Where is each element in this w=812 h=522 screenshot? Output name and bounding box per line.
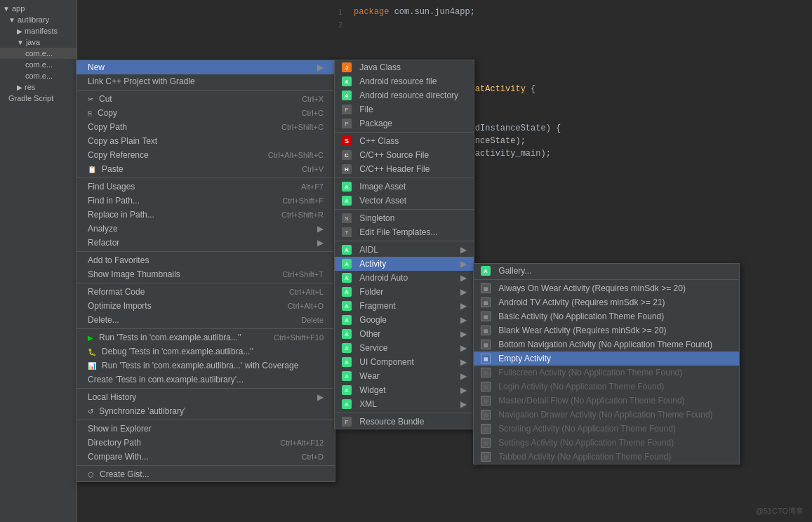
tree-item-autlibrary[interactable]: ▼ autlibrary — [0, 14, 76, 25]
menu-separator — [76, 328, 335, 329]
menu-label: Android TV Activity (Requires minSdk >= … — [498, 297, 665, 307]
menu-item-ui-component[interactable]: A UI Component ▶ — [335, 355, 474, 369]
menu-item-paste[interactable]: 📋 Paste Ctrl+V — [76, 162, 335, 176]
menu-item-android-tv[interactable]: ▦ Android TV Activity (Requires minSdk >… — [474, 295, 739, 309]
folder-icon: ▶ — [17, 27, 22, 35]
menu-item-debug[interactable]: 🐛 Debug 'Tests in 'com.example.autlibra.… — [76, 344, 335, 359]
menu-item-empty-activity[interactable]: ▦ Empty Activity — [474, 352, 739, 366]
menu-item-synchronize[interactable]: ↺ Synchronize 'autlibrary' — [76, 404, 335, 418]
tree-item-com2[interactable]: com.e... — [0, 59, 76, 70]
menu-item-cpp-header[interactable]: H C/C++ Header File — [335, 162, 474, 176]
menu-item-nav-drawer[interactable]: ▦ Navigation Drawer Activity (No Applica… — [474, 408, 739, 422]
menu-label: Show in Explorer — [88, 424, 152, 434]
menu-item-tabbed[interactable]: ▦ Tabbed Activity (No Application Theme … — [474, 450, 739, 464]
menu-item-cpp-class[interactable]: S C++ Class — [335, 134, 474, 148]
submenu-arrow: ▶ — [460, 371, 467, 381]
tree-item-res[interactable]: ▶ res — [0, 81, 76, 93]
menu-label: Blank Wear Activity (Requires minSdk >= … — [498, 326, 666, 335]
menu-item-aidl[interactable]: A AIDL ▶ — [335, 243, 474, 257]
menu-label: Tabbed Activity (No Application Theme Fo… — [498, 452, 671, 462]
menu-item-find-usages[interactable]: Find Usages Alt+F7 — [76, 180, 335, 194]
android-icon: A — [342, 371, 352, 381]
menu-item-gallery[interactable]: A Gallery... — [474, 264, 739, 278]
menu-item-cpp-source[interactable]: C C/C++ Source File — [335, 148, 474, 162]
menu-item-copy-path[interactable]: Copy Path Ctrl+Shift+C — [76, 120, 335, 134]
menu-item-bottom-nav[interactable]: ▦ Bottom Navigation Activity (No Applica… — [474, 337, 739, 352]
menu-item-find-in-path[interactable]: Find in Path... Ctrl+Shift+F — [76, 194, 335, 208]
menu-label: Copy Reference — [88, 150, 149, 160]
grid-icon-active: ▦ — [481, 354, 491, 363]
menu-item-cut[interactable]: ✂ Cut Ctrl+X — [76, 92, 335, 106]
grid-icon: ▦ — [481, 368, 491, 377]
menu-item-refactor[interactable]: Refactor ▶ — [76, 236, 335, 250]
menu-item-link-cpp[interactable]: Link C++ Project with Gradle — [76, 74, 335, 88]
menu-item-settings[interactable]: ▦ Settings Activity (No Application Them… — [474, 436, 739, 450]
tree-item-app[interactable]: ▼ app — [0, 3, 76, 14]
menu-item-blank-wear[interactable]: ▦ Blank Wear Activity (Requires minSdk >… — [474, 323, 739, 337]
tree-item-com1[interactable]: com.e... — [0, 48, 76, 59]
menu-label: XML — [359, 399, 377, 409]
menu-label: Fragment — [359, 301, 395, 311]
android-icon: A — [342, 357, 352, 367]
menu-label: Directory Path — [88, 438, 141, 448]
menu-item-new[interactable]: New ▶ — [76, 60, 335, 74]
tree-item-gradle[interactable]: Gradle Script — [0, 93, 76, 104]
menu-label: Empty Activity — [498, 354, 551, 363]
menu-item-coverage[interactable]: 📊 Run 'Tests in 'com.example.autlibra...… — [76, 359, 335, 373]
menu-item-copy[interactable]: ⎘ Copy Ctrl+C — [76, 106, 335, 120]
menu-item-local-history[interactable]: Local History ▶ — [76, 390, 335, 404]
menu-item-wear[interactable]: A Wear ▶ — [335, 369, 474, 383]
menu-item-optimize[interactable]: Optimize Imports Ctrl+Alt+O — [76, 299, 335, 313]
menu-item-xml[interactable]: A XML ▶ — [335, 397, 474, 411]
menu-item-other[interactable]: A Other ▶ — [335, 327, 474, 341]
menu-item-reformat[interactable]: Reformat Code Ctrl+Alt+L — [76, 285, 335, 299]
menu-item-create-tests[interactable]: Create 'Tests in com.example.autlibrary'… — [76, 373, 335, 387]
menu-item-image-asset[interactable]: A Image Asset — [335, 180, 474, 194]
menu-item-show-thumbnails[interactable]: Show Image Thumbnails Ctrl+Shift+T — [76, 267, 335, 281]
menu-item-show-explorer[interactable]: Show in Explorer — [76, 422, 335, 436]
menu-item-copy-plain[interactable]: Copy as Plain Text — [76, 134, 335, 148]
menu-item-fragment[interactable]: A Fragment ▶ — [335, 299, 474, 313]
menu-item-vector-asset[interactable]: A Vector Asset — [335, 194, 474, 208]
context-menu-2: J Java Class A Android resource file A A… — [334, 60, 474, 429]
menu-item-folder[interactable]: A Folder ▶ — [335, 285, 474, 299]
menu-separator — [76, 251, 335, 252]
menu-item-service[interactable]: A Service ▶ — [335, 341, 474, 355]
tree-item-com3[interactable]: com.e... — [0, 70, 76, 81]
menu-item-activity[interactable]: A Activity ▶ — [335, 257, 474, 271]
menu-item-android-res-dir[interactable]: A Android resource directory — [335, 88, 474, 102]
menu-item-android-auto[interactable]: A Android Auto ▶ — [335, 271, 474, 285]
menu-item-scrolling[interactable]: ▦ Scrolling Activity (No Application The… — [474, 422, 739, 436]
grid-icon: ▦ — [481, 410, 491, 420]
menu-item-file[interactable]: F File — [335, 102, 474, 116]
tree-item-java[interactable]: ▼ java — [0, 36, 76, 48]
menu-item-package[interactable]: P Package — [335, 116, 474, 130]
menu-item-google[interactable]: A Google ▶ — [335, 313, 474, 327]
menu-item-copy-ref[interactable]: Copy Reference Ctrl+Alt+Shift+C — [76, 148, 335, 162]
menu-item-widget[interactable]: A Widget ▶ — [335, 383, 474, 397]
menu-item-directory-path[interactable]: Directory Path Ctrl+Alt+F12 — [76, 436, 335, 450]
menu-item-delete[interactable]: Delete... Delete — [76, 313, 335, 327]
menu-item-create-gist[interactable]: ⬡ Create Gist... — [76, 467, 335, 481]
menu-item-edit-templates[interactable]: T Edit File Templates... — [335, 225, 474, 239]
android-icon: A — [342, 399, 352, 409]
menu-item-singleton[interactable]: S Singleton — [335, 211, 474, 225]
menu-item-basic-activity[interactable]: ▦ Basic Activity (No Application Theme F… — [474, 309, 739, 323]
menu-item-compare[interactable]: Compare With... Ctrl+D — [76, 450, 335, 464]
menu-item-fullscreen[interactable]: ▦ Fullscreen Activity (No Application Th… — [474, 366, 739, 380]
menu-item-always-on-wear[interactable]: ▦ Always On Wear Activity (Requires minS… — [474, 281, 739, 295]
menu-label: Replace in Path... — [88, 210, 154, 220]
menu-item-analyze[interactable]: Analyze ▶ — [76, 222, 335, 236]
menu-label: Widget — [359, 385, 385, 395]
menu-item-run[interactable]: ▶ Run 'Tests in 'com.example.autlibra...… — [76, 330, 335, 344]
menu-item-login[interactable]: ▦ Login Activity (No Application Theme F… — [474, 380, 739, 394]
menu-item-add-favorites[interactable]: Add to Favorites — [76, 253, 335, 267]
tree-item-manifests[interactable]: ▶ manifests — [0, 25, 76, 36]
menu-item-java-class[interactable]: J Java Class — [335, 60, 474, 74]
menu-item-android-res-file[interactable]: A Android resource file — [335, 74, 474, 88]
menu-item-resource-bundle[interactable]: F Resource Bundle — [335, 415, 474, 429]
menu-label: Resource Bundle — [359, 417, 424, 427]
menu-item-master-detail[interactable]: ▦ Master/Detail Flow (No Application The… — [474, 394, 739, 408]
menu-item-replace-in-path[interactable]: Replace in Path... Ctrl+Shift+R — [76, 208, 335, 222]
menu-separator — [76, 420, 335, 420]
